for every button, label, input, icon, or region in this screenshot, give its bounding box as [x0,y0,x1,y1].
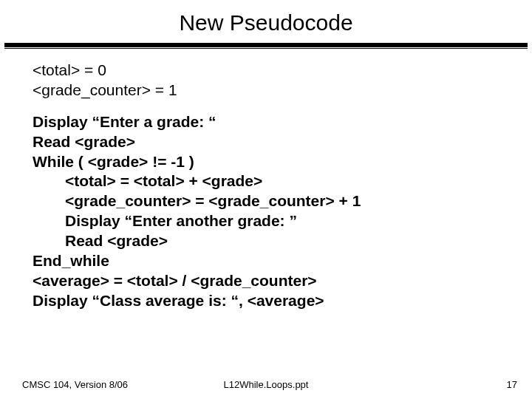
code-line: End_while [33,251,510,271]
title-rule [0,43,532,47]
code-line: Read <grade> [33,231,510,251]
init-line: <total> = 0 [33,61,510,81]
init-line: <grade_counter> = 1 [33,81,510,100]
code-line: Display “Enter another grade: ” [33,211,510,231]
code-line: Display “Enter a grade: “ [33,112,510,132]
code-line: <total> = <total> + <grade> [33,171,510,191]
code-line: While ( <grade> != -1 ) [33,152,510,172]
footer-left: CMSC 104, Version 8/06 [22,379,128,390]
footer-page-number: 17 [507,379,517,390]
init-block: <total> = 0 <grade_counter> = 1 [33,61,510,100]
slide-title: New Pseudocode [0,10,532,35]
code-line: <grade_counter> = <grade_counter> + 1 [33,191,510,211]
code-line: <average> = <total> / <grade_counter> [33,271,510,291]
footer-center: L12While.Loops.ppt [224,379,309,390]
code-line: Display “Class average is: “, <average> [33,291,510,311]
slide-body: <total> = 0 <grade_counter> = 1 Display … [0,61,532,311]
horizontal-rule [4,43,528,47]
slide: New Pseudocode <total> = 0 <grade_counte… [0,0,532,399]
code-line: Read <grade> [33,132,510,152]
pseudocode-block: Display “Enter a grade: “ Read <grade> W… [33,112,510,311]
slide-footer: CMSC 104, Version 8/06 L12While.Loops.pp… [0,379,532,390]
